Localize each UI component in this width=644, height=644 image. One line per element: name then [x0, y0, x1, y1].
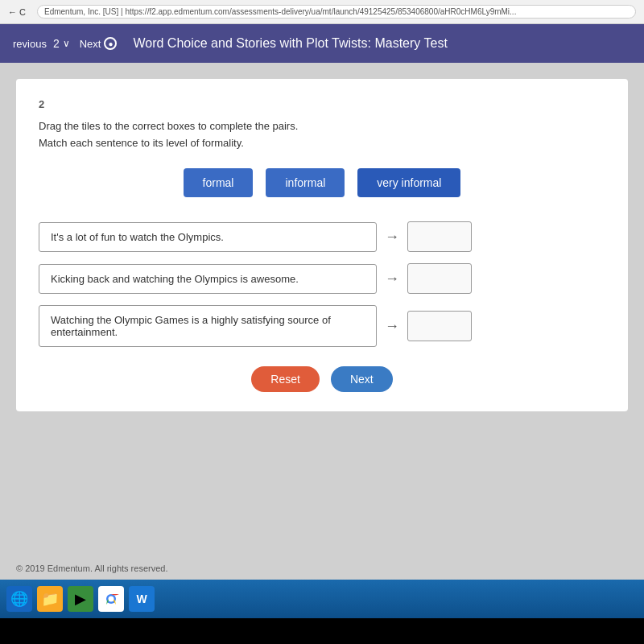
chevron-down-icon[interactable]: ∨	[63, 38, 70, 49]
taskbar-ie-icon[interactable]: 🌐	[6, 586, 32, 612]
arrow-icon-1: →	[385, 229, 399, 246]
taskbar-word-icon[interactable]: W	[129, 586, 155, 612]
tiles-row: formal informal very informal	[39, 168, 605, 197]
drop-target-2[interactable]	[407, 263, 472, 294]
taskbar-folder-icon[interactable]: 📁	[37, 586, 63, 612]
previous-button[interactable]: revious	[13, 38, 47, 50]
next-nav-icon: ●	[104, 37, 117, 50]
copyright-text: © 2019 Edmentum. All rights reserved.	[16, 564, 167, 573]
sentence-box-2: Kicking back and watching the Olympics i…	[39, 264, 377, 294]
svg-point-2	[109, 597, 114, 602]
page-title: Word Choice and Stories with Plot Twists…	[133, 36, 447, 51]
main-content: 2 Drag the tiles to the correct boxes to…	[0, 63, 644, 557]
reset-button[interactable]: Reset	[251, 366, 320, 392]
next-button[interactable]: Next	[331, 366, 393, 392]
arrow-icon-3: →	[385, 318, 399, 335]
question-number-label: 2	[39, 98, 605, 110]
sentence-box-3: Watching the Olympic Games is a highly s…	[39, 305, 377, 347]
question-number: 2	[53, 37, 60, 50]
instruction-secondary: Match each sentence to its level of form…	[39, 137, 605, 149]
footer: © 2019 Edmentum. All rights reserved.	[0, 557, 644, 580]
sentence-row-2: Kicking back and watching the Olympics i…	[39, 263, 605, 294]
back-button[interactable]: ← C	[8, 7, 26, 17]
question-card: 2 Drag the tiles to the correct boxes to…	[16, 79, 628, 411]
drop-target-3[interactable]	[407, 311, 472, 341]
taskbar: 🌐 📁 ▶ W	[0, 580, 644, 618]
top-navigation: revious 2 ∨ Next ● Word Choice and Stori…	[0, 24, 644, 63]
tile-very-informal[interactable]: very informal	[357, 168, 460, 197]
browser-bar: ← C Edmentum, Inc. [US] | https://f2.app…	[0, 0, 644, 24]
next-nav-label: Next	[80, 38, 101, 50]
drop-target-1[interactable]	[407, 221, 472, 252]
action-row: Reset Next	[39, 366, 605, 392]
tile-informal[interactable]: informal	[266, 168, 345, 197]
sentence-row-3: Watching the Olympic Games is a highly s…	[39, 305, 605, 347]
sentence-box-1: It's a lot of fun to watch the Olympics.	[39, 222, 377, 252]
instruction-primary: Drag the tiles to the correct boxes to c…	[39, 120, 605, 132]
next-nav-button[interactable]: Next ●	[80, 37, 118, 50]
taskbar-media-icon[interactable]: ▶	[68, 586, 93, 612]
url-bar[interactable]: Edmentum, Inc. [US] | https://f2.app.edm…	[37, 5, 636, 19]
tile-formal[interactable]: formal	[184, 168, 254, 197]
taskbar-chrome-icon[interactable]	[98, 586, 124, 612]
sentence-row-1: It's a lot of fun to watch the Olympics.…	[39, 221, 605, 252]
arrow-icon-2: →	[385, 270, 399, 287]
